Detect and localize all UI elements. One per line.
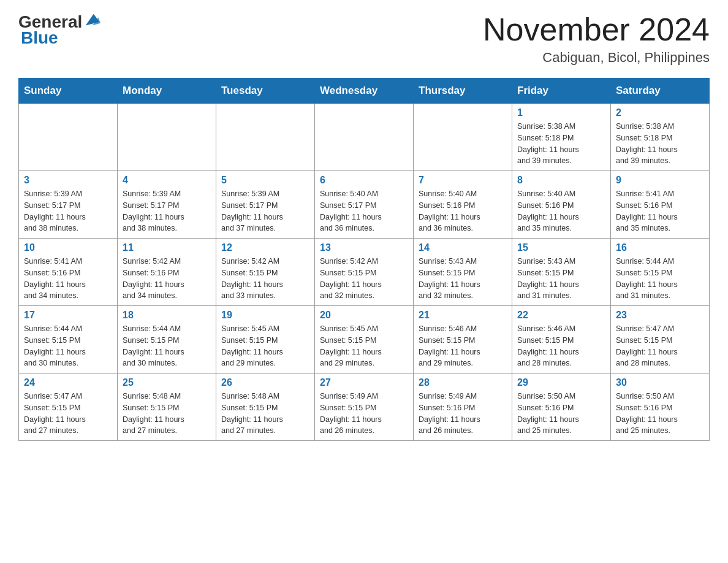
day-info: Sunrise: 5:38 AMSunset: 5:18 PMDaylight:… xyxy=(616,121,704,167)
calendar-cell xyxy=(19,104,118,171)
calendar-cell: 15Sunrise: 5:43 AMSunset: 5:15 PMDayligh… xyxy=(512,239,611,306)
day-number: 1 xyxy=(517,107,605,118)
day-number: 10 xyxy=(24,242,112,253)
day-number: 9 xyxy=(616,175,704,186)
day-number: 20 xyxy=(320,310,408,321)
calendar-cell: 23Sunrise: 5:47 AMSunset: 5:15 PMDayligh… xyxy=(611,306,710,373)
day-info: Sunrise: 5:48 AMSunset: 5:15 PMDaylight:… xyxy=(221,391,309,437)
calendar-cell: 17Sunrise: 5:44 AMSunset: 5:15 PMDayligh… xyxy=(19,306,118,373)
day-info: Sunrise: 5:42 AMSunset: 5:15 PMDaylight:… xyxy=(221,256,309,302)
page-header: General Blue November 2024 Cabiguan, Bic… xyxy=(18,12,710,66)
title-block: November 2024 Cabiguan, Bicol, Philippin… xyxy=(483,12,710,66)
day-info: Sunrise: 5:38 AMSunset: 5:18 PMDaylight:… xyxy=(517,121,605,167)
day-number: 6 xyxy=(320,175,408,186)
calendar-cell: 9Sunrise: 5:41 AMSunset: 5:16 PMDaylight… xyxy=(611,171,710,239)
day-info: Sunrise: 5:43 AMSunset: 5:15 PMDaylight:… xyxy=(419,256,507,302)
day-info: Sunrise: 5:44 AMSunset: 5:15 PMDaylight:… xyxy=(616,256,704,302)
page-title: November 2024 xyxy=(483,12,710,47)
calendar-cell: 22Sunrise: 5:46 AMSunset: 5:15 PMDayligh… xyxy=(512,306,611,373)
calendar-cell xyxy=(216,104,315,171)
column-header-saturday: Saturday xyxy=(611,79,710,104)
column-header-tuesday: Tuesday xyxy=(216,79,315,104)
day-number: 16 xyxy=(616,242,704,253)
calendar-cell: 4Sunrise: 5:39 AMSunset: 5:17 PMDaylight… xyxy=(118,171,216,239)
calendar-cell: 20Sunrise: 5:45 AMSunset: 5:15 PMDayligh… xyxy=(315,306,414,373)
day-number: 3 xyxy=(24,175,112,186)
day-info: Sunrise: 5:49 AMSunset: 5:16 PMDaylight:… xyxy=(419,391,507,437)
day-number: 30 xyxy=(616,377,704,388)
day-info: Sunrise: 5:47 AMSunset: 5:15 PMDaylight:… xyxy=(616,323,704,369)
day-number: 7 xyxy=(419,175,507,186)
calendar-cell: 14Sunrise: 5:43 AMSunset: 5:15 PMDayligh… xyxy=(414,239,512,306)
week-row-1: 1Sunrise: 5:38 AMSunset: 5:18 PMDaylight… xyxy=(19,104,710,171)
day-number: 21 xyxy=(419,310,507,321)
day-number: 29 xyxy=(517,377,605,388)
day-info: Sunrise: 5:44 AMSunset: 5:15 PMDaylight:… xyxy=(24,323,112,369)
calendar-cell: 16Sunrise: 5:44 AMSunset: 5:15 PMDayligh… xyxy=(611,239,710,306)
calendar-cell: 7Sunrise: 5:40 AMSunset: 5:16 PMDaylight… xyxy=(414,171,512,239)
column-header-monday: Monday xyxy=(118,79,216,104)
day-number: 28 xyxy=(419,377,507,388)
calendar-cell xyxy=(414,104,512,171)
day-number: 2 xyxy=(616,107,704,118)
day-number: 19 xyxy=(221,310,309,321)
calendar-cell: 24Sunrise: 5:47 AMSunset: 5:15 PMDayligh… xyxy=(19,373,118,441)
day-info: Sunrise: 5:47 AMSunset: 5:15 PMDaylight:… xyxy=(24,391,112,437)
day-info: Sunrise: 5:41 AMSunset: 5:16 PMDaylight:… xyxy=(24,256,112,302)
day-info: Sunrise: 5:39 AMSunset: 5:17 PMDaylight:… xyxy=(24,188,112,234)
calendar-cell xyxy=(118,104,216,171)
calendar-cell: 30Sunrise: 5:50 AMSunset: 5:16 PMDayligh… xyxy=(611,373,710,441)
week-row-2: 3Sunrise: 5:39 AMSunset: 5:17 PMDaylight… xyxy=(19,171,710,239)
day-info: Sunrise: 5:44 AMSunset: 5:15 PMDaylight:… xyxy=(123,323,211,369)
day-info: Sunrise: 5:49 AMSunset: 5:15 PMDaylight:… xyxy=(320,391,408,437)
day-info: Sunrise: 5:41 AMSunset: 5:16 PMDaylight:… xyxy=(616,188,704,234)
day-number: 27 xyxy=(320,377,408,388)
calendar-cell: 6Sunrise: 5:40 AMSunset: 5:17 PMDaylight… xyxy=(315,171,414,239)
calendar-cell: 26Sunrise: 5:48 AMSunset: 5:15 PMDayligh… xyxy=(216,373,315,441)
calendar-cell: 29Sunrise: 5:50 AMSunset: 5:16 PMDayligh… xyxy=(512,373,611,441)
logo: General Blue xyxy=(18,12,100,47)
day-info: Sunrise: 5:40 AMSunset: 5:16 PMDaylight:… xyxy=(517,188,605,234)
logo-blue: Blue xyxy=(18,29,58,47)
day-info: Sunrise: 5:43 AMSunset: 5:15 PMDaylight:… xyxy=(517,256,605,302)
day-number: 23 xyxy=(616,310,704,321)
day-info: Sunrise: 5:46 AMSunset: 5:15 PMDaylight:… xyxy=(419,323,507,369)
column-header-wednesday: Wednesday xyxy=(315,79,414,104)
day-info: Sunrise: 5:42 AMSunset: 5:16 PMDaylight:… xyxy=(123,256,211,302)
day-info: Sunrise: 5:42 AMSunset: 5:15 PMDaylight:… xyxy=(320,256,408,302)
day-info: Sunrise: 5:50 AMSunset: 5:16 PMDaylight:… xyxy=(616,391,704,437)
calendar-cell: 12Sunrise: 5:42 AMSunset: 5:15 PMDayligh… xyxy=(216,239,315,306)
calendar-cell: 1Sunrise: 5:38 AMSunset: 5:18 PMDaylight… xyxy=(512,104,611,171)
day-info: Sunrise: 5:40 AMSunset: 5:16 PMDaylight:… xyxy=(419,188,507,234)
calendar-cell: 11Sunrise: 5:42 AMSunset: 5:16 PMDayligh… xyxy=(118,239,216,306)
day-number: 4 xyxy=(123,175,211,186)
day-info: Sunrise: 5:46 AMSunset: 5:15 PMDaylight:… xyxy=(517,323,605,369)
day-number: 5 xyxy=(221,175,309,186)
day-info: Sunrise: 5:40 AMSunset: 5:17 PMDaylight:… xyxy=(320,188,408,234)
day-number: 14 xyxy=(419,242,507,253)
page-subtitle: Cabiguan, Bicol, Philippines xyxy=(483,50,710,66)
day-number: 12 xyxy=(221,242,309,253)
calendar-cell: 27Sunrise: 5:49 AMSunset: 5:15 PMDayligh… xyxy=(315,373,414,441)
day-info: Sunrise: 5:39 AMSunset: 5:17 PMDaylight:… xyxy=(221,188,309,234)
day-number: 15 xyxy=(517,242,605,253)
week-row-5: 24Sunrise: 5:47 AMSunset: 5:15 PMDayligh… xyxy=(19,373,710,441)
calendar-cell: 28Sunrise: 5:49 AMSunset: 5:16 PMDayligh… xyxy=(414,373,512,441)
calendar-cell: 2Sunrise: 5:38 AMSunset: 5:18 PMDaylight… xyxy=(611,104,710,171)
calendar-cell: 18Sunrise: 5:44 AMSunset: 5:15 PMDayligh… xyxy=(118,306,216,373)
day-number: 22 xyxy=(517,310,605,321)
day-number: 25 xyxy=(123,377,211,388)
day-number: 17 xyxy=(24,310,112,321)
calendar-cell: 10Sunrise: 5:41 AMSunset: 5:16 PMDayligh… xyxy=(19,239,118,306)
calendar-cell: 13Sunrise: 5:42 AMSunset: 5:15 PMDayligh… xyxy=(315,239,414,306)
calendar-cell xyxy=(315,104,414,171)
calendar-cell: 25Sunrise: 5:48 AMSunset: 5:15 PMDayligh… xyxy=(118,373,216,441)
week-row-3: 10Sunrise: 5:41 AMSunset: 5:16 PMDayligh… xyxy=(19,239,710,306)
column-header-thursday: Thursday xyxy=(414,79,512,104)
day-info: Sunrise: 5:45 AMSunset: 5:15 PMDaylight:… xyxy=(320,323,408,369)
calendar-cell: 19Sunrise: 5:45 AMSunset: 5:15 PMDayligh… xyxy=(216,306,315,373)
day-info: Sunrise: 5:39 AMSunset: 5:17 PMDaylight:… xyxy=(123,188,211,234)
calendar-table: SundayMondayTuesdayWednesdayThursdayFrid… xyxy=(18,78,710,441)
calendar-cell: 21Sunrise: 5:46 AMSunset: 5:15 PMDayligh… xyxy=(414,306,512,373)
day-number: 8 xyxy=(517,175,605,186)
